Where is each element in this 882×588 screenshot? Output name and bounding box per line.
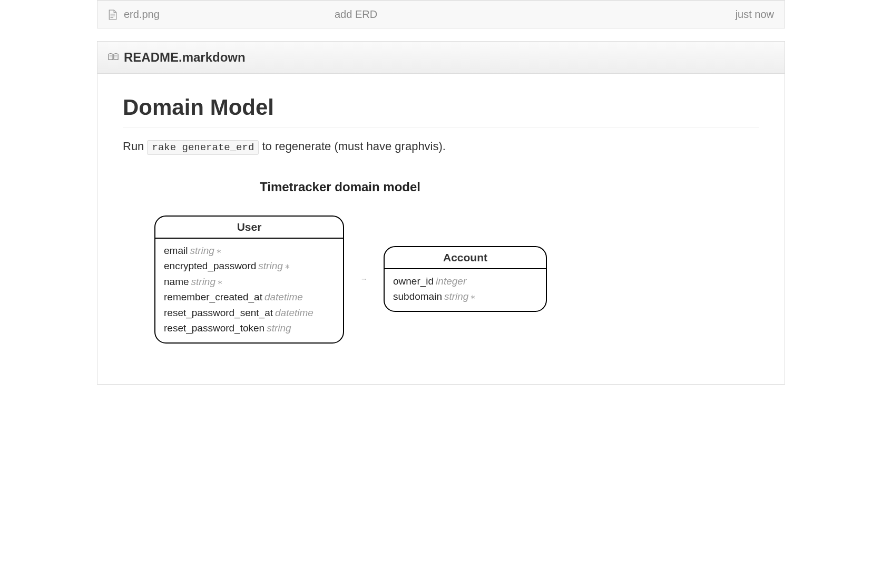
file-icon: [108, 9, 117, 21]
file-list-row[interactable]: erd.png add ERD just now: [97, 0, 785, 28]
entity-user-attr: reset_password_tokenstring: [164, 320, 335, 336]
readme-heading: Domain Model: [123, 95, 759, 128]
entity-account-attr: owner_idinteger: [393, 273, 537, 289]
erd-diagram: Timetracker domain model User emailstrin…: [123, 180, 759, 352]
commit-message[interactable]: add ERD: [335, 8, 736, 21]
readme-run-line: Run rake generate_erd to regenerate (mus…: [123, 140, 759, 153]
readme-panel: README.markdown Domain Model Run rake ge…: [97, 41, 785, 385]
entity-user-attr: reset_password_sent_atdatetime: [164, 305, 335, 320]
readme-filename: README.markdown: [124, 50, 246, 65]
entity-user-attr: remember_created_atdatetime: [164, 289, 335, 305]
entity-user: User emailstring∗ encrypted_passwordstri…: [154, 215, 344, 344]
book-icon: [108, 53, 119, 62]
svg-marker-8: [365, 279, 366, 279]
entity-user-attr: namestring∗: [164, 274, 335, 289]
run-code: rake generate_erd: [147, 140, 259, 155]
file-name[interactable]: erd.png: [124, 8, 335, 21]
entity-user-attr: emailstring∗: [164, 243, 335, 258]
run-suffix: to regenerate (must have graphvis).: [259, 140, 446, 153]
readme-header: README.markdown: [97, 42, 785, 74]
entity-account: Account owner_idinteger subdomainstring∗: [384, 246, 547, 312]
relation-arrow-icon: [344, 279, 384, 280]
entity-user-title: User: [155, 217, 343, 239]
erd-title: Timetracker domain model: [260, 180, 759, 194]
entity-account-attr: subdomainstring∗: [393, 289, 537, 304]
run-prefix: Run: [123, 140, 147, 153]
readme-body: Domain Model Run rake generate_erd to re…: [97, 74, 785, 384]
entity-account-title: Account: [385, 247, 546, 269]
file-time: just now: [736, 8, 774, 21]
entity-user-attr: encrypted_passwordstring∗: [164, 258, 335, 273]
